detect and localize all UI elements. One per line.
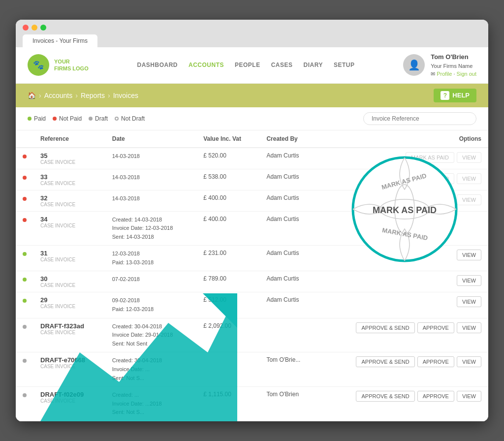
help-question-icon: ? bbox=[441, 91, 449, 100]
nav-cases[interactable]: CASES bbox=[271, 62, 293, 68]
logo-area: 🐾 YOUR FIRMS LOGO bbox=[28, 54, 89, 76]
invoice-search bbox=[363, 112, 476, 125]
actions-container: VIEW bbox=[325, 296, 481, 307]
value-cell: £ 2,092.00 bbox=[196, 318, 259, 352]
actions-cell: VIEW bbox=[318, 271, 488, 292]
ref-main: 30 bbox=[40, 275, 98, 283]
status-dot bbox=[23, 299, 27, 303]
date-line: Invoice Date: ... bbox=[112, 365, 190, 374]
value-cell: £ 789.00 bbox=[196, 271, 259, 292]
close-button-dot[interactable] bbox=[23, 25, 29, 31]
ref-cell: DRAFT-f02e09CASE INVOICE bbox=[33, 387, 105, 421]
date-line: Created: 30-04-2018 bbox=[112, 322, 190, 331]
table-header-row: Reference Date Value Inc. Vat Created By… bbox=[16, 130, 488, 148]
mark-as-paid-button[interactable]: MARK AS PAID bbox=[406, 194, 454, 205]
view-button[interactable]: VIEW bbox=[457, 356, 481, 367]
ref-cell: DRAFT-f323adCASE INVOICE bbox=[33, 318, 105, 352]
filter-paid[interactable]: Paid bbox=[28, 115, 46, 122]
filter-not-paid[interactable]: Not Paid bbox=[53, 115, 82, 122]
row-indicator bbox=[16, 190, 33, 211]
ref-sub: CASE INVOICE bbox=[40, 304, 98, 309]
user-links: ✉ Profile · Sign out bbox=[431, 70, 476, 78]
fullscreen-button-dot[interactable] bbox=[40, 25, 46, 31]
ref-cell: 30CASE INVOICE bbox=[33, 271, 105, 292]
actions-cell: MARK AS PAIDVIEW bbox=[318, 148, 488, 169]
browser-tab[interactable]: Invoices - Your Firms bbox=[23, 34, 97, 47]
date-line: Sent: 14-03-2018 bbox=[112, 233, 190, 242]
status-dot bbox=[23, 197, 27, 201]
actions-cell: APPROVE & SENDAPPROVEVIEW bbox=[318, 318, 488, 352]
breadcrumb: 🏠 › Accounts › Reports › Invoices bbox=[28, 92, 138, 99]
signout-link[interactable]: Sign out bbox=[457, 71, 476, 77]
nav-people[interactable]: PEOPLE bbox=[235, 62, 260, 68]
table-row: 30CASE INVOICE07-02-2018£ 789.00Adam Cur… bbox=[16, 271, 488, 292]
ref-main: DRAFT-f02e09 bbox=[40, 391, 98, 398]
ref-main: 29 bbox=[40, 296, 98, 304]
actions-container: APPROVE & SENDAPPROVEVIEW bbox=[325, 322, 481, 333]
browser-dots bbox=[23, 25, 481, 31]
view-button[interactable]: VIEW bbox=[457, 194, 481, 205]
user-area: 👤 Tom O'Brien Your Firms Name ✉ Profile … bbox=[403, 52, 476, 78]
col-value: Value Inc. Vat bbox=[196, 130, 259, 148]
value-cell: £ 231.00 bbox=[196, 246, 259, 271]
filter-not-draft[interactable]: Not Draft bbox=[115, 115, 145, 122]
approve-&-send-button[interactable]: APPROVE & SEND bbox=[356, 356, 414, 367]
approve-button[interactable]: APPROVE bbox=[417, 391, 454, 402]
view-button[interactable]: VIEW bbox=[457, 152, 481, 163]
home-icon[interactable]: 🏠 bbox=[28, 92, 36, 99]
date-line: 07-02-2018 bbox=[112, 275, 190, 284]
mark-as-paid-button[interactable]: MARK AS PAID bbox=[406, 152, 454, 163]
row-indicator bbox=[16, 318, 33, 352]
user-firm: Your Firms Name bbox=[431, 62, 476, 70]
ref-cell: 34CASE INVOICE bbox=[33, 211, 105, 246]
nav-accounts[interactable]: ACCOUNTS bbox=[189, 62, 224, 68]
table-row: 31CASE INVOICE12-03-2018Paid: 13-03-2018… bbox=[16, 246, 488, 271]
breadcrumb-reports[interactable]: Reports bbox=[81, 92, 105, 99]
view-button[interactable]: VIEW bbox=[457, 296, 481, 307]
date-cell: Created: 14-03-2018Invoice Date: 12-03-2… bbox=[105, 211, 197, 246]
profile-link[interactable]: Profile bbox=[437, 71, 452, 77]
table-row: 29CASE INVOICE09-02-2018Paid: 12-03-2018… bbox=[16, 292, 488, 318]
col-date: Date bbox=[105, 130, 197, 148]
browser-bar: Invoices - Your Firms bbox=[23, 34, 481, 47]
date-cell: 09-02-2018Paid: 12-03-2018 bbox=[105, 292, 197, 318]
logo-logo: LOGO bbox=[72, 65, 88, 71]
minimize-button-dot[interactable] bbox=[32, 25, 37, 31]
view-button[interactable]: VIEW bbox=[457, 250, 481, 260]
approve-button[interactable]: APPROVE bbox=[417, 356, 454, 367]
view-button[interactable]: VIEW bbox=[457, 275, 481, 286]
mark-as-paid-button[interactable]: MARK AS PAID bbox=[406, 173, 454, 184]
view-button[interactable]: VIEW bbox=[457, 391, 481, 402]
value-cell: £ 520.00 bbox=[196, 148, 259, 169]
value-cell: £ 512.00 bbox=[196, 292, 259, 318]
created-by-cell: Adam Curtis bbox=[259, 292, 318, 318]
view-button[interactable]: VIEW bbox=[457, 173, 481, 184]
filter-draft[interactable]: Draft bbox=[89, 115, 108, 122]
nav-setup[interactable]: SETUP bbox=[334, 62, 355, 68]
ref-sub: CASE INVOICE bbox=[40, 181, 98, 186]
col-options: Options bbox=[318, 130, 488, 148]
actions-cell bbox=[318, 211, 488, 246]
actions-container: MARK AS PAIDVIEW bbox=[325, 173, 481, 184]
approve-button[interactable]: APPROVE bbox=[417, 322, 454, 333]
view-button[interactable]: VIEW bbox=[457, 322, 481, 333]
created-by-cell: Tom O'Brien bbox=[259, 387, 318, 421]
logo-your: YOUR bbox=[54, 59, 70, 64]
browser-chrome: Invoices - Your Firms bbox=[16, 20, 488, 47]
table-row: 34CASE INVOICECreated: 14-03-2018Invoice… bbox=[16, 211, 488, 246]
nav-dashboard[interactable]: DASHBOARD bbox=[137, 62, 178, 68]
ref-sub: CASE INVOICE bbox=[40, 364, 98, 369]
value-cell: £ 400.00 bbox=[196, 211, 259, 246]
nav-diary[interactable]: DIARY bbox=[304, 62, 323, 68]
search-input[interactable] bbox=[363, 112, 476, 125]
approve-&-send-button[interactable]: APPROVE & SEND bbox=[356, 391, 414, 402]
table-row: DRAFT-f323adCASE INVOICECreated: 30-04-2… bbox=[16, 318, 488, 352]
nav-links: DASHBOARD ACCOUNTS PEOPLE CASES DIARY SE… bbox=[137, 62, 354, 68]
breadcrumb-bar: 🏠 › Accounts › Reports › Invoices ? HELP bbox=[16, 84, 488, 107]
help-button[interactable]: ? HELP bbox=[434, 89, 476, 102]
approve-&-send-button[interactable]: APPROVE & SEND bbox=[356, 322, 414, 333]
breadcrumb-accounts[interactable]: Accounts bbox=[44, 92, 73, 99]
ref-cell: 35CASE INVOICE bbox=[33, 148, 105, 169]
actions-cell: VIEW bbox=[318, 292, 488, 318]
actions-cell: MARK AS PAIDVIEW bbox=[318, 169, 488, 190]
